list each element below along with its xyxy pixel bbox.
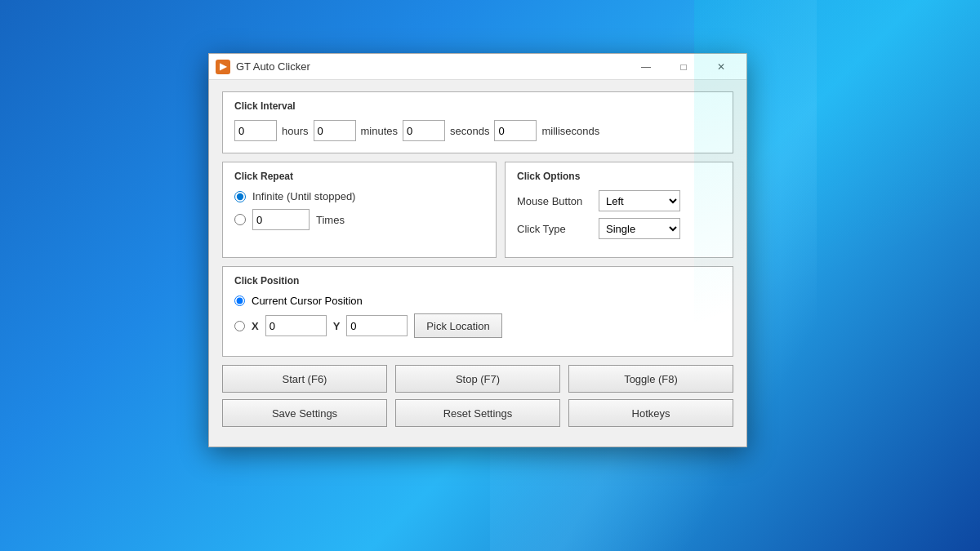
desktop: ▶ GT Auto Clicker — □ ✕ Click Interval h… — [0, 0, 980, 551]
start-button[interactable]: Start (F6) — [222, 365, 387, 393]
milliseconds-input[interactable] — [494, 120, 537, 141]
minutes-label: minutes — [361, 125, 399, 137]
y-input[interactable] — [346, 315, 408, 336]
click-options-title: Click Options — [517, 171, 721, 182]
close-button[interactable]: ✕ — [702, 54, 740, 80]
window-title: GT Auto Clicker — [236, 60, 627, 73]
times-label: Times — [316, 214, 345, 226]
times-input[interactable] — [252, 209, 310, 230]
interval-row: hours minutes seconds milliseconds — [234, 120, 721, 141]
times-radio-row: Times — [234, 209, 484, 230]
pick-location-button[interactable]: Pick Location — [414, 313, 501, 338]
cursor-position-row: Current Cursor Position — [234, 295, 721, 307]
click-type-label: Click Type — [517, 223, 590, 235]
x-label: X — [252, 320, 259, 332]
mouse-button-label: Mouse Button — [517, 195, 590, 207]
save-settings-button[interactable]: Save Settings — [222, 399, 387, 427]
app-window: ▶ GT Auto Clicker — □ ✕ Click Interval h… — [208, 53, 747, 447]
seconds-input[interactable] — [403, 120, 445, 141]
minimize-button[interactable]: — — [627, 54, 665, 80]
click-position-title: Click Position — [234, 275, 721, 287]
settings-buttons-row: Save Settings Reset Settings Hotkeys — [222, 399, 733, 427]
click-type-row: Click Type Single Double — [517, 218, 721, 239]
maximize-button[interactable]: □ — [665, 54, 702, 80]
click-options-section: Click Options Mouse Button Left Middle R… — [505, 162, 733, 258]
infinite-radio-row: Infinite (Until stopped) — [234, 190, 484, 202]
stop-button[interactable]: Stop (F7) — [395, 365, 560, 393]
window-controls: — □ ✕ — [627, 54, 740, 80]
minutes-input[interactable] — [314, 120, 356, 141]
click-repeat-title: Click Repeat — [234, 171, 484, 182]
reset-settings-button[interactable]: Reset Settings — [395, 399, 560, 427]
times-radio[interactable] — [234, 214, 246, 225]
xy-radio[interactable] — [234, 321, 245, 331]
cursor-label: Current Cursor Position — [252, 295, 363, 307]
milliseconds-label: milliseconds — [541, 125, 599, 137]
xy-position-row: X Y Pick Location — [234, 313, 721, 338]
infinite-label: Infinite (Until stopped) — [252, 190, 355, 202]
action-buttons-row: Start (F6) Stop (F7) Toggle (F8) — [222, 365, 733, 393]
click-repeat-section: Click Repeat Infinite (Until stopped) Ti… — [222, 162, 497, 258]
y-label: Y — [333, 320, 341, 332]
click-type-select[interactable]: Single Double — [599, 218, 680, 239]
mouse-button-row: Mouse Button Left Middle Right — [517, 190, 721, 211]
click-interval-section: Click Interval hours minutes seconds mil… — [222, 91, 733, 153]
hours-input[interactable] — [234, 120, 277, 141]
toggle-button[interactable]: Toggle (F8) — [568, 365, 733, 393]
infinite-radio[interactable] — [234, 191, 246, 202]
hours-label: hours — [282, 125, 309, 137]
window-body: Click Interval hours minutes seconds mil… — [209, 80, 746, 447]
x-input[interactable] — [265, 315, 327, 336]
mouse-button-select[interactable]: Left Middle Right — [599, 190, 680, 211]
app-icon: ▶ — [216, 60, 230, 74]
click-position-section: Click Position Current Cursor Position X… — [222, 266, 733, 357]
cursor-radio[interactable] — [234, 295, 245, 306]
hotkeys-button[interactable]: Hotkeys — [568, 399, 733, 427]
click-interval-title: Click Interval — [234, 100, 721, 112]
title-bar: ▶ GT Auto Clicker — □ ✕ — [209, 54, 746, 80]
mid-row: Click Repeat Infinite (Until stopped) Ti… — [222, 162, 733, 258]
seconds-label: seconds — [450, 125, 489, 137]
